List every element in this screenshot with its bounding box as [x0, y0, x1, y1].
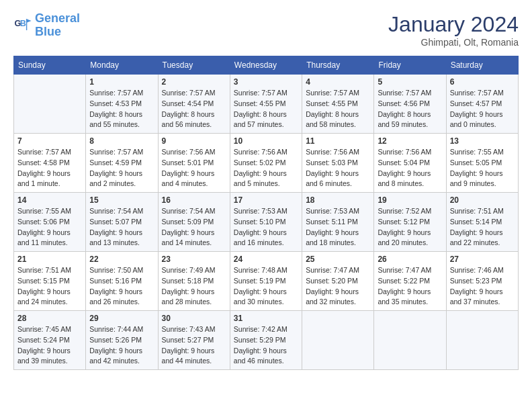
table-row: 16Sunrise: 7:54 AMSunset: 5:09 PMDayligh…: [158, 193, 230, 252]
day-info-line: Sunset: 5:12 PM: [378, 218, 430, 226]
day-info: Sunrise: 7:51 AMSunset: 5:15 PMDaylight:…: [17, 265, 82, 308]
day-number: 28: [17, 314, 82, 323]
day-info-line: and 18 minutes.: [306, 238, 356, 246]
day-info: Sunrise: 7:53 AMSunset: 5:11 PMDaylight:…: [306, 206, 370, 248]
location-subtitle: Ghimpati, Olt, Romania: [388, 37, 519, 48]
day-info-line: and 26 minutes.: [89, 298, 140, 306]
day-number: 12: [378, 136, 442, 146]
day-info-line: Daylight: 9 hours: [450, 228, 503, 236]
day-info: Sunrise: 7:45 AMSunset: 5:24 PMDaylight:…: [17, 324, 82, 367]
col-friday: Friday: [374, 56, 446, 75]
day-info: Sunrise: 7:57 AMSunset: 4:55 PMDaylight:…: [234, 88, 298, 130]
day-info-line: and 46 minutes.: [234, 357, 284, 365]
day-info-line: and 9 minutes.: [450, 179, 496, 187]
day-number: 21: [17, 255, 82, 264]
table-row: 24Sunrise: 7:48 AMSunset: 5:19 PMDayligh…: [230, 252, 302, 311]
day-info-line: and 55 minutes.: [89, 120, 140, 128]
day-info-line: Daylight: 9 hours: [378, 228, 431, 236]
day-info-line: Sunrise: 7:52 AM: [378, 207, 431, 215]
day-info-line: Sunrise: 7:47 AM: [306, 266, 359, 274]
day-info-line: Sunset: 5:16 PM: [89, 277, 142, 285]
day-number: 11: [306, 136, 370, 146]
day-info-line: Daylight: 9 hours: [17, 169, 71, 177]
table-row: 5Sunrise: 7:57 AMSunset: 4:56 PMDaylight…: [374, 75, 446, 134]
title-block: January 2024 Ghimpati, Olt, Romania: [388, 12, 519, 48]
table-row: 13Sunrise: 7:55 AMSunset: 5:05 PMDayligh…: [446, 134, 518, 193]
day-info: Sunrise: 7:55 AMSunset: 5:06 PMDaylight:…: [17, 206, 82, 248]
table-row: 25Sunrise: 7:47 AMSunset: 5:20 PMDayligh…: [302, 252, 374, 311]
day-info-line: Daylight: 9 hours: [234, 287, 287, 295]
table-row: 10Sunrise: 7:56 AMSunset: 5:02 PMDayligh…: [230, 134, 302, 193]
day-info-line: Daylight: 9 hours: [450, 169, 503, 177]
col-thursday: Thursday: [302, 56, 374, 75]
day-number: 31: [234, 314, 298, 323]
day-info-line: Sunset: 4:53 PM: [89, 99, 142, 107]
calendar-week-row: 7Sunrise: 7:57 AMSunset: 4:58 PMDaylight…: [14, 134, 519, 193]
logo-icon: G B: [13, 16, 32, 35]
day-info-line: Sunset: 5:29 PM: [234, 336, 286, 344]
day-number: 14: [17, 195, 82, 205]
table-row: 3Sunrise: 7:57 AMSunset: 4:55 PMDaylight…: [230, 75, 302, 134]
table-row: 22Sunrise: 7:50 AMSunset: 5:16 PMDayligh…: [86, 252, 158, 311]
day-number: 30: [162, 314, 226, 323]
day-info-line: Daylight: 9 hours: [162, 228, 215, 236]
day-info: Sunrise: 7:46 AMSunset: 5:23 PMDaylight:…: [450, 265, 515, 308]
day-info-line: and 28 minutes.: [162, 298, 212, 306]
day-number: 29: [89, 314, 154, 323]
day-info: Sunrise: 7:57 AMSunset: 4:58 PMDaylight:…: [17, 147, 82, 189]
day-info-line: and 2 minutes.: [89, 179, 136, 187]
day-info: Sunrise: 7:57 AMSunset: 4:55 PMDaylight:…: [306, 88, 370, 130]
day-info: Sunrise: 7:57 AMSunset: 4:53 PMDaylight:…: [89, 88, 154, 130]
day-info-line: Sunset: 4:59 PM: [89, 158, 142, 167]
table-row: 20Sunrise: 7:51 AMSunset: 5:14 PMDayligh…: [446, 193, 518, 252]
day-info-line: Sunset: 5:04 PM: [378, 158, 430, 167]
day-info: Sunrise: 7:56 AMSunset: 5:01 PMDaylight:…: [162, 147, 226, 189]
day-info: Sunrise: 7:54 AMSunset: 5:09 PMDaylight:…: [162, 206, 226, 248]
day-info-line: Sunrise: 7:57 AM: [234, 89, 287, 97]
day-number: 8: [89, 136, 154, 146]
day-info-line: Daylight: 8 hours: [162, 110, 215, 118]
day-info-line: Daylight: 9 hours: [17, 228, 71, 236]
day-info-line: Sunrise: 7:44 AM: [89, 325, 143, 333]
day-info-line: and 13 minutes.: [89, 238, 140, 246]
day-info-line: Sunset: 5:26 PM: [89, 336, 142, 344]
col-wednesday: Wednesday: [230, 56, 302, 75]
day-info-line: Sunrise: 7:56 AM: [378, 148, 431, 156]
day-info-line: Sunrise: 7:57 AM: [17, 148, 71, 156]
day-info-line: Sunrise: 7:50 AM: [89, 266, 143, 274]
day-info-line: Sunset: 5:03 PM: [306, 158, 358, 167]
day-info-line: Daylight: 9 hours: [17, 287, 71, 295]
day-info-line: Daylight: 9 hours: [306, 169, 359, 177]
day-info-line: Sunrise: 7:55 AM: [17, 207, 71, 215]
table-row: [14, 75, 86, 134]
day-info-line: Sunset: 5:20 PM: [306, 277, 358, 285]
day-info: Sunrise: 7:55 AMSunset: 5:05 PMDaylight:…: [450, 147, 515, 189]
day-info-line: Daylight: 8 hours: [234, 110, 287, 118]
day-info-line: Sunset: 5:14 PM: [450, 218, 502, 226]
day-info-line: and 59 minutes.: [378, 120, 428, 128]
day-info-line: and 32 minutes.: [306, 298, 356, 306]
logo-line2: Blue: [35, 25, 61, 38]
day-number: 7: [17, 136, 82, 146]
day-info-line: Sunset: 5:09 PM: [162, 218, 214, 226]
table-row: 12Sunrise: 7:56 AMSunset: 5:04 PMDayligh…: [374, 134, 446, 193]
day-info: Sunrise: 7:53 AMSunset: 5:10 PMDaylight:…: [234, 206, 298, 248]
day-info-line: and 35 minutes.: [378, 298, 428, 306]
svg-text:B: B: [20, 19, 26, 28]
day-info-line: Sunset: 5:06 PM: [17, 218, 70, 226]
day-number: 19: [378, 195, 442, 205]
table-row: [446, 311, 518, 370]
day-info-line: Daylight: 9 hours: [17, 347, 71, 355]
day-info: Sunrise: 7:56 AMSunset: 5:02 PMDaylight:…: [234, 147, 298, 189]
day-info: Sunrise: 7:50 AMSunset: 5:16 PMDaylight:…: [89, 265, 154, 308]
day-info: Sunrise: 7:43 AMSunset: 5:27 PMDaylight:…: [162, 324, 226, 367]
day-number: 16: [162, 195, 226, 205]
day-info-line: Daylight: 9 hours: [89, 228, 142, 236]
calendar-week-row: 14Sunrise: 7:55 AMSunset: 5:06 PMDayligh…: [14, 193, 519, 252]
day-number: 25: [306, 255, 370, 264]
day-info-line: Sunrise: 7:57 AM: [306, 89, 359, 97]
day-number: 18: [306, 195, 370, 205]
day-info-line: Sunrise: 7:55 AM: [450, 148, 504, 156]
col-saturday: Saturday: [446, 56, 518, 75]
day-info-line: and 30 minutes.: [234, 298, 284, 306]
